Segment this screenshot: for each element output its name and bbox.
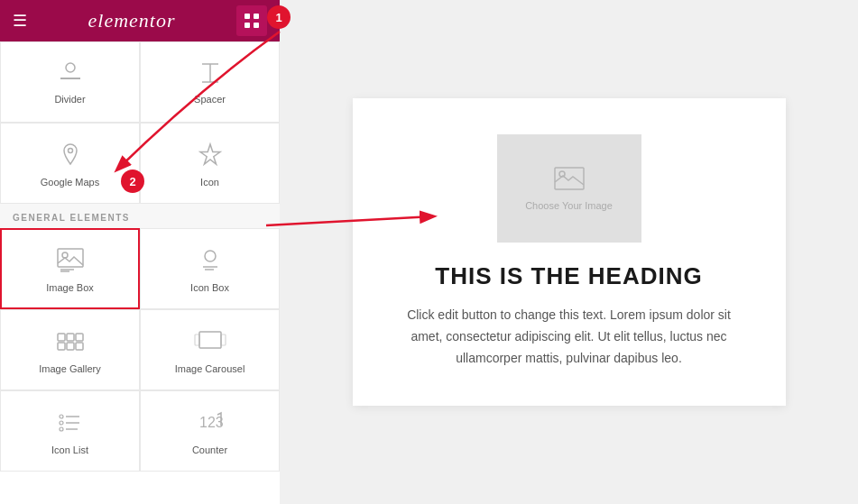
widget-icon[interactable]: Icon (140, 123, 280, 204)
app-layout: ☰ elementor (0, 0, 858, 504)
image-gallery-icon (56, 328, 85, 357)
image-placeholder-icon (553, 166, 586, 197)
widget-icon-box[interactable]: Icon Box (140, 228, 280, 309)
svg-rect-21 (67, 343, 74, 350)
section-label-general: GENERAL ELEMENTS (0, 204, 280, 228)
widget-icon-list-label: Icon List (51, 444, 88, 456)
widget-icon-box-label: Icon Box (190, 281, 229, 294)
main-canvas-area: Choose Your Image THIS IS THE HEADING Cl… (280, 0, 858, 504)
svg-point-26 (60, 415, 63, 418)
widget-image-carousel[interactable]: Image Carousel (140, 309, 280, 390)
widget-image-gallery[interactable]: Image Gallery (0, 309, 140, 390)
icon-list-icon (58, 409, 83, 438)
badge-1: 1 (267, 5, 291, 29)
svg-rect-3 (254, 23, 259, 28)
svg-rect-0 (244, 14, 250, 19)
widget-spacer[interactable]: Spacer (140, 41, 280, 123)
widget-counter-label: Counter (192, 444, 227, 456)
sidebar-content: Divider Spacer (0, 41, 280, 504)
svg-rect-19 (76, 334, 83, 341)
widget-spacer-label: Spacer (194, 93, 226, 105)
svg-rect-20 (58, 343, 65, 350)
widget-image-carousel-label: Image Carousel (175, 362, 245, 375)
widget-divider-label: Divider (54, 93, 85, 105)
sidebar: ☰ elementor (0, 0, 280, 504)
main-widget-grid: Image Box Icon Box (0, 228, 280, 472)
widget-google-maps[interactable]: Google Maps (0, 123, 140, 204)
spacer-icon (197, 62, 224, 87)
svg-rect-18 (67, 334, 74, 341)
svg-rect-1 (254, 14, 259, 19)
canvas-heading: THIS IS THE HEADING (435, 262, 702, 290)
svg-rect-22 (76, 343, 83, 350)
svg-text:123: 123 (199, 415, 223, 430)
counter-icon: 123 (198, 409, 223, 438)
widget-icon-label: Icon (200, 176, 219, 188)
canvas-content: Choose Your Image THIS IS THE HEADING Cl… (353, 98, 786, 405)
logo: elementor (88, 9, 176, 32)
svg-point-4 (66, 63, 75, 72)
sidebar-header: ☰ elementor (0, 0, 280, 41)
icon-box-icon (198, 247, 223, 276)
svg-rect-2 (244, 23, 250, 28)
badge-2: 2 (121, 170, 144, 193)
svg-rect-10 (58, 249, 83, 267)
hamburger-icon[interactable]: ☰ (13, 11, 27, 31)
widget-google-maps-label: Google Maps (41, 176, 99, 188)
grid-toggle-button[interactable] (236, 5, 267, 36)
svg-rect-17 (58, 334, 65, 341)
image-placeholder-text: Choose Your Image (525, 200, 613, 211)
svg-point-28 (60, 421, 63, 425)
svg-point-14 (205, 251, 216, 261)
svg-point-30 (60, 427, 63, 431)
google-maps-icon (58, 142, 83, 170)
icon-widget-icon (198, 142, 223, 170)
widget-divider[interactable]: Divider (0, 41, 140, 123)
svg-point-9 (68, 148, 72, 152)
widget-icon-list[interactable]: Icon List (0, 390, 140, 472)
widget-image-gallery-label: Image Gallery (39, 362, 100, 375)
widget-image-box-label: Image Box (46, 281, 94, 294)
image-placeholder: Choose Your Image (497, 134, 641, 243)
image-box-icon (56, 247, 85, 276)
image-carousel-icon (194, 328, 226, 357)
svg-rect-23 (199, 332, 221, 348)
canvas-body-text: Click edit button to change this text. L… (407, 305, 732, 369)
widget-image-box[interactable]: Image Box (0, 228, 140, 309)
divider-icon (57, 62, 84, 87)
widget-counter[interactable]: 123 Counter (140, 390, 280, 472)
